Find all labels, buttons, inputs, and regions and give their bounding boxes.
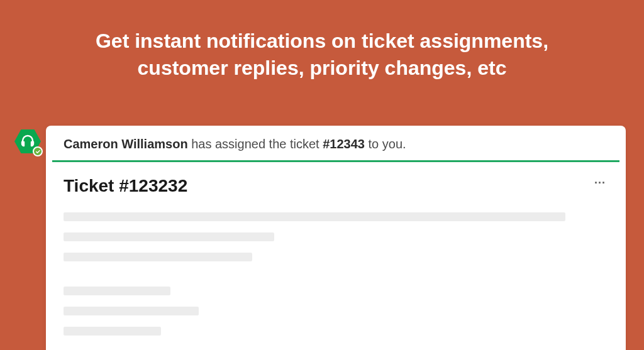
skeleton-line: [64, 232, 274, 241]
hero-line-2: customer replies, priority changes, etc: [138, 57, 507, 79]
more-actions-button[interactable]: ···: [592, 176, 608, 190]
action-suffix: to you.: [365, 137, 406, 151]
notification-card-wrapper: Cameron Williamson has assigned the tick…: [16, 126, 626, 350]
skeleton-line: [64, 253, 252, 261]
ticket-reference: #12343: [323, 137, 365, 151]
skeleton-text-block-2: [64, 287, 608, 336]
skeleton-line: [64, 327, 161, 336]
action-prefix: has assigned the ticket: [188, 137, 323, 151]
skeleton-line: [64, 287, 170, 295]
skeleton-text-block-1: [64, 212, 608, 261]
status-check-icon: [33, 146, 43, 156]
ticket-title-row: Ticket #123232 ···: [64, 176, 608, 196]
skeleton-line: [64, 212, 565, 221]
hero-heading: Get instant notifications on ticket assi…: [0, 0, 644, 82]
hero-line-1: Get instant notifications on ticket assi…: [96, 30, 548, 52]
app-badge: [14, 128, 41, 155]
card-body: Ticket #123232 ···: [46, 162, 626, 350]
notification-card[interactable]: Cameron Williamson has assigned the tick…: [46, 126, 626, 350]
notification-header: Cameron Williamson has assigned the tick…: [46, 126, 626, 160]
ticket-title: Ticket #123232: [64, 176, 187, 196]
actor-name: Cameron Williamson: [64, 137, 188, 151]
skeleton-line: [64, 307, 199, 315]
